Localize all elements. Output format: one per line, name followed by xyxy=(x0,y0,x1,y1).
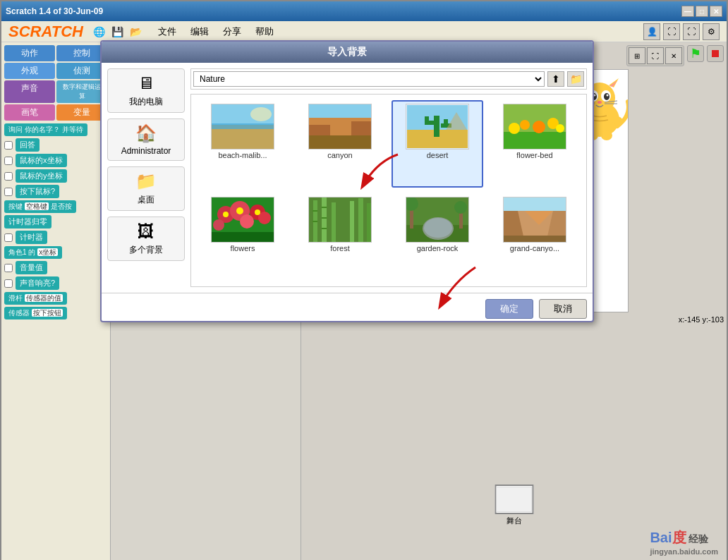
folder-icon[interactable]: 📂 xyxy=(128,24,144,39)
cancel-button[interactable]: 取消 xyxy=(539,299,587,319)
block-loud-chip[interactable]: 声音响亮? xyxy=(16,276,59,290)
block-timer-reset-chip[interactable]: 计时器归零 xyxy=(4,215,51,229)
block-timer: 计时器 xyxy=(4,231,107,244)
svg-rect-36 xyxy=(425,116,429,125)
beach-thumb xyxy=(211,104,274,150)
block-ask: 询问 你的名字？ 并等待 xyxy=(4,123,107,136)
cat-look[interactable]: 外观 xyxy=(4,63,55,79)
svg-rect-66 xyxy=(367,203,371,243)
baidu-du: 度 xyxy=(672,530,686,545)
svg-point-55 xyxy=(236,207,243,214)
svg-point-42 xyxy=(509,123,520,134)
forest-label: forest xyxy=(330,244,350,252)
title-bar: Scratch 1.4 of 30-Jun-09 — □ ✕ xyxy=(1,1,727,21)
folder-dropdown[interactable]: Nature xyxy=(193,71,545,87)
save-icon[interactable]: 💾 xyxy=(110,24,126,39)
sidebar-computer[interactable]: 🖥 我的电脑 xyxy=(107,68,185,113)
svg-rect-57 xyxy=(212,232,274,243)
block-ask-chip[interactable]: 询问 你的名字？ 并等待 xyxy=(4,123,87,136)
cat-pen[interactable]: 画笔 xyxy=(4,104,55,121)
block-mousedown-chip[interactable]: 按下鼠标? xyxy=(16,185,59,198)
svg-rect-38 xyxy=(444,119,448,128)
svg-rect-22 xyxy=(497,487,532,512)
fit-icon[interactable]: ⊞ xyxy=(629,47,645,64)
svg-point-52 xyxy=(258,212,271,224)
zoom-icon[interactable]: ⛶ xyxy=(647,47,664,64)
svg-rect-41 xyxy=(504,132,566,150)
main-window: Scratch 1.4 of 30-Jun-09 — □ ✕ SCRATCH 🌐… xyxy=(0,0,728,560)
svg-point-11 xyxy=(607,95,609,97)
minimize-button[interactable]: — xyxy=(681,6,694,17)
desert-svg xyxy=(407,105,468,148)
block-loud-check[interactable] xyxy=(4,279,13,288)
cat-sound[interactable]: 声音 xyxy=(4,80,55,103)
sidebar-desktop[interactable]: 📁 桌面 xyxy=(107,166,185,211)
cat-action[interactable]: 动作 xyxy=(4,45,55,61)
image-flowers[interactable]: flowers xyxy=(197,193,289,281)
green-flag-btn[interactable]: ⚑ xyxy=(687,45,704,62)
sidebar-backdrops[interactable]: 🖼 多个背景 xyxy=(107,217,185,261)
menu-bar: SCRATCH 🌐 💾 📂 文件 编辑 分享 帮助 👤 ⛶ ⛶ ⚙ xyxy=(1,21,727,42)
image-forest[interactable]: forest xyxy=(294,193,386,281)
block-timer-chip[interactable]: 计时器 xyxy=(16,231,47,244)
desert-thumb xyxy=(406,104,469,150)
confirm-button[interactable]: 确定 xyxy=(485,299,533,319)
svg-rect-34 xyxy=(434,116,439,137)
svg-rect-25 xyxy=(212,123,274,129)
flowers-svg xyxy=(212,197,274,243)
block-sprite-x-chip[interactable]: 角色1 的 x坐标 xyxy=(4,246,62,259)
fullscreen-icon[interactable]: ⛶ xyxy=(683,23,700,40)
block-volume-chip[interactable]: 音量值 xyxy=(16,261,47,274)
block-answer: 回答 xyxy=(4,138,107,152)
image-canyon[interactable]: canyon xyxy=(294,100,386,188)
block-slider-chip[interactable]: 滑杆 传感器的值 xyxy=(4,292,67,305)
sidebar-admin[interactable]: 🏠 Administrator xyxy=(107,118,185,161)
globe-icon[interactable]: 🌐 xyxy=(92,24,107,39)
block-key: 按键 空格键 是否按 xyxy=(4,200,107,213)
stage-thumb-canvas xyxy=(497,487,532,512)
stop-btn[interactable]: ⏹ xyxy=(707,45,724,62)
image-grandcanyon[interactable]: grand-canyo... xyxy=(489,193,581,281)
stop-icon: ⏹ xyxy=(710,47,721,60)
block-timer-check[interactable] xyxy=(4,233,13,242)
grandcanyon-thumb xyxy=(503,197,566,243)
folder-up-btn[interactable]: ⬆ xyxy=(547,71,564,87)
stage-thumb[interactable] xyxy=(495,485,533,514)
block-sensor-chip[interactable]: 传感器 按下按钮 xyxy=(4,307,67,319)
folder-new-btn[interactable]: 📁 xyxy=(567,71,584,87)
menu-share[interactable]: 分享 xyxy=(217,24,247,39)
block-mouse-y-check[interactable] xyxy=(4,172,13,181)
block-mouse-x-chip[interactable]: 鼠标的x坐标 xyxy=(16,154,67,167)
resize-icon[interactable]: ⛶ xyxy=(663,23,680,40)
garden-label: garden-rock xyxy=(417,244,459,252)
block-mousedown-check[interactable] xyxy=(4,188,13,196)
block-key-chip[interactable]: 按键 空格键 是否按 xyxy=(4,200,76,213)
dialog-title: 导入背景 xyxy=(102,42,593,63)
settings-icon[interactable]: ⚙ xyxy=(703,23,720,40)
svg-point-51 xyxy=(240,214,254,229)
svg-point-43 xyxy=(520,120,530,130)
menu-edit[interactable]: 编辑 xyxy=(185,24,214,39)
menu-file[interactable]: 文件 xyxy=(152,24,182,39)
maximize-button[interactable]: □ xyxy=(696,6,708,17)
present-icon[interactable]: ✕ xyxy=(665,47,682,64)
block-mouse-y-chip[interactable]: 鼠标的y坐标 xyxy=(16,169,67,183)
image-desert[interactable]: desert xyxy=(392,100,483,188)
menu-help[interactable]: 帮助 xyxy=(250,24,279,39)
flowerbed-svg xyxy=(504,104,566,150)
person-icon[interactable]: 👤 xyxy=(643,23,660,40)
block-volume: 音量值 xyxy=(4,261,107,274)
svg-rect-61 xyxy=(322,197,327,243)
image-flowerbed[interactable]: flower-bed xyxy=(489,100,581,188)
block-mouse-x-check[interactable] xyxy=(4,157,13,165)
baidu-url: jingyan.baidu.com xyxy=(650,547,718,556)
image-beach[interactable]: beach-malib... xyxy=(197,100,289,188)
block-answer-check[interactable] xyxy=(4,141,13,150)
close-button[interactable]: ✕ xyxy=(710,6,722,17)
block-answer-chip[interactable]: 回答 xyxy=(16,138,40,152)
block-volume-check[interactable] xyxy=(4,264,13,272)
image-garden[interactable]: garden-rock xyxy=(392,193,483,281)
svg-point-46 xyxy=(556,124,564,133)
flowers-label: flowers xyxy=(231,244,255,252)
window-controls: — □ ✕ xyxy=(681,6,722,17)
